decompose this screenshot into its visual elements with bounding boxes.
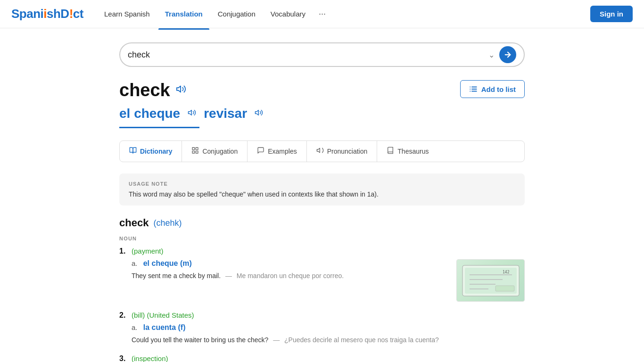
def-context-2: (bill) (United States) <box>132 311 194 319</box>
word-title-block: check el cheque <box>119 80 263 136</box>
tab-thesaurus[interactable]: Thesaurus <box>377 141 438 162</box>
logo-text2: shD <box>47 7 69 21</box>
search-button[interactable] <box>499 46 516 63</box>
def-context-3: (inspection) <box>132 354 168 362</box>
def-number-3: 3. (inspection) <box>119 354 525 362</box>
header: SpaniishD!ct Learn Spanish Translation C… <box>0 0 644 28</box>
tab-examples[interactable]: Examples <box>248 141 306 162</box>
usage-note-label: USAGE NOTE <box>129 181 515 187</box>
def-sub-1a: a. el cheque (m) They sent me a check by… <box>132 259 525 302</box>
arrow-right-icon <box>504 50 512 59</box>
example-sentence-1a: They sent me a check by mail. — Me manda… <box>132 271 445 281</box>
usage-note-text: This word may also be spelled "cheque" w… <box>129 190 515 198</box>
chevron-down-icon[interactable]: ⌄ <box>488 50 495 59</box>
book-icon <box>129 147 137 156</box>
entry-pronunciation: (chehk) <box>153 218 182 228</box>
part-of-speech: NOUN <box>119 236 525 241</box>
tab-thesaurus-label: Thesaurus <box>397 148 429 155</box>
word-title-line: check <box>119 80 263 100</box>
list-add-icon <box>469 85 478 93</box>
svg-rect-13 <box>196 151 198 153</box>
svg-rect-12 <box>192 151 195 153</box>
nav-item-learn-spanish[interactable]: Learn Spanish <box>98 7 157 21</box>
translations-line: el cheque revisar <box>119 106 263 121</box>
svg-marker-1 <box>177 86 181 92</box>
def-content-2a: a. la cuenta (f) Could you tell the wait… <box>132 323 525 345</box>
example-en-2a: Could you tell the waiter to bring us th… <box>132 336 268 344</box>
tab-conjugation-label: Conjugation <box>202 148 238 155</box>
definition-item-1: 1. (payment) a. el cheque (m) They sent … <box>119 247 525 302</box>
check-image-placeholder: 142 <box>457 260 524 301</box>
speaker-icon-2 <box>188 108 196 117</box>
speaker-icon <box>176 84 186 94</box>
translation-audio-2[interactable] <box>255 108 263 119</box>
svg-rect-10 <box>192 148 195 150</box>
search-input[interactable] <box>128 50 488 60</box>
example-en-1a: They sent me a check by mail. <box>132 272 221 280</box>
def-number-1: 1. (payment) <box>119 247 525 255</box>
nav-item-translation[interactable]: Translation <box>158 7 209 21</box>
def-letter-1a: a. el cheque (m) <box>132 259 445 268</box>
word-header: check el cheque <box>119 80 525 136</box>
svg-marker-2 <box>189 110 192 115</box>
entry-word-line: check (chehk) <box>119 217 525 229</box>
definition-image-check: 142 <box>456 259 525 302</box>
nav-item-vocabulary[interactable]: Vocabulary <box>264 7 312 21</box>
example-dash-1a: — <box>225 272 232 280</box>
sign-in-button[interactable]: Sign in <box>590 6 633 22</box>
tab-pronunciation[interactable]: Pronunciation <box>307 141 378 162</box>
tab-conjugation[interactable]: Conjugation <box>182 141 248 162</box>
check-image-svg: 142 <box>460 263 521 298</box>
def-translation-1a[interactable]: el cheque (m) <box>143 259 192 267</box>
word-title: check <box>119 80 170 100</box>
logo-text: Spani <box>11 7 43 21</box>
translation-word-2[interactable]: revisar <box>204 106 247 121</box>
def-context-1: (payment) <box>132 247 164 255</box>
svg-marker-14 <box>317 148 320 152</box>
translation-word-1[interactable]: el cheque <box>119 106 180 121</box>
def-num-1: 1. <box>119 247 129 255</box>
tab-dictionary[interactable]: Dictionary <box>120 141 182 162</box>
definition-item-3: 3. (inspection) <box>119 354 525 362</box>
definition-item-2: 2. (bill) (United States) a. la cuenta (… <box>119 311 525 345</box>
def-num-3: 3. <box>119 354 129 362</box>
chat-icon <box>257 147 264 156</box>
translation-audio-1[interactable] <box>188 108 196 119</box>
svg-marker-3 <box>256 110 259 115</box>
tab-dictionary-label: Dictionary <box>140 148 172 155</box>
logo-text3: ct <box>73 7 83 21</box>
nav-more-button[interactable]: ··· <box>314 6 330 22</box>
def-content-1a: a. el cheque (m) They sent me a check by… <box>132 259 445 281</box>
svg-rect-22 <box>495 286 514 291</box>
example-es-2a: ¿Puedes decirle al mesero que nos traiga… <box>284 336 439 344</box>
tab-examples-label: Examples <box>268 148 297 155</box>
tab-pronunciation-label: Pronunciation <box>327 148 368 155</box>
usage-note: USAGE NOTE This word may also be spelled… <box>119 173 525 206</box>
example-es-1a: Me mandaron un cheque por correo. <box>237 272 344 280</box>
def-letter-label-1a: a. <box>132 259 138 267</box>
main-content: ⌄ check el cheque <box>110 28 534 362</box>
add-to-list-label: Add to list <box>481 85 516 93</box>
translations-underline <box>119 127 199 128</box>
add-to-list-button[interactable]: Add to list <box>460 80 525 98</box>
example-dash-2a: — <box>273 336 280 344</box>
svg-rect-11 <box>196 148 198 150</box>
search-bar: ⌄ <box>119 42 525 67</box>
main-nav: Learn Spanish Translation Conjugation Vo… <box>98 6 590 22</box>
tab-bar: Dictionary Conjugation Examples <box>119 140 525 162</box>
nav-item-conjugation[interactable]: Conjugation <box>211 7 262 21</box>
logo[interactable]: SpaniishD!ct <box>11 7 83 21</box>
word-audio-button[interactable] <box>176 84 186 97</box>
dictionary-entry: check (chehk) NOUN 1. (payment) a. el ch… <box>119 217 525 362</box>
def-translation-2a[interactable]: la cuenta (f) <box>143 323 186 331</box>
def-number-2: 2. (bill) (United States) <box>119 311 525 320</box>
grid-icon <box>191 147 199 156</box>
speaker-icon-3 <box>255 108 263 117</box>
example-sentence-2a: Could you tell the waiter to bring us th… <box>132 335 525 345</box>
def-sub-2a: a. la cuenta (f) Could you tell the wait… <box>132 323 525 345</box>
speaker-tab-icon <box>316 147 324 156</box>
entry-headword: check <box>119 217 149 229</box>
book2-icon <box>387 147 394 156</box>
logo-bang: ! <box>69 7 73 21</box>
def-num-2: 2. <box>119 311 129 320</box>
